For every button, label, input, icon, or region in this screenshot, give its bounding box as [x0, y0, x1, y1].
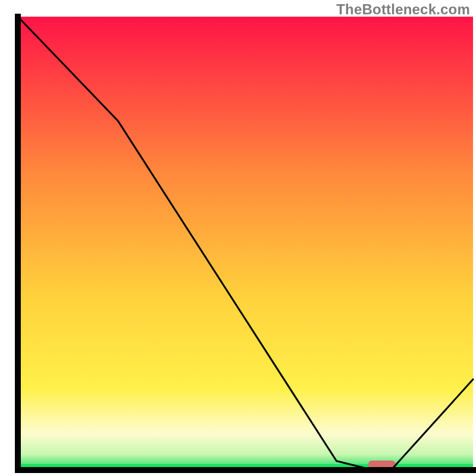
plot-background: [18, 17, 473, 470]
bottleneck-chart: TheBottleneck.com: [0, 0, 476, 476]
chart-svg: [0, 0, 476, 476]
watermark-text: TheBottleneck.com: [336, 1, 470, 18]
